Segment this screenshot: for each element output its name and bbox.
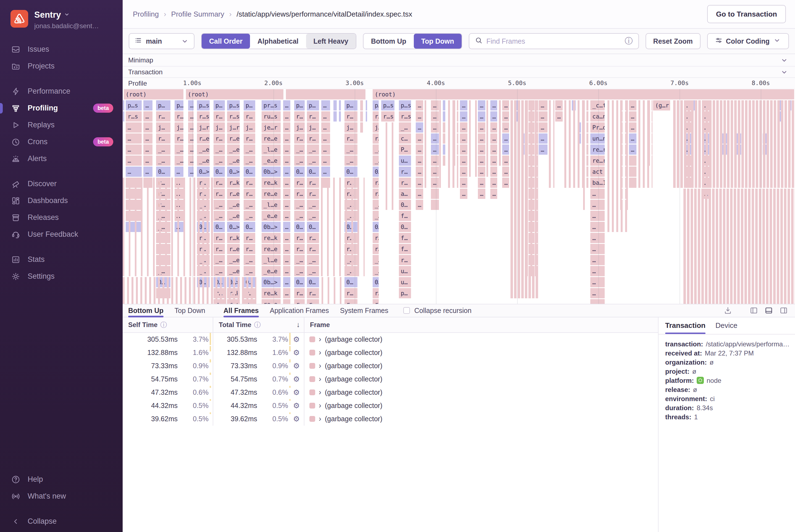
flame-frame[interactable]: _… [213, 155, 225, 166]
flame-frame[interactable]: … [502, 100, 509, 111]
flame-frame[interactable]: … [144, 155, 152, 166]
flame-frame[interactable]: … [590, 222, 605, 232]
flame-frame[interactable]: j… [213, 122, 225, 133]
flame-frame[interactable]: ba…1 [590, 177, 605, 188]
flame-frame[interactable]: … [321, 111, 330, 121]
sidebar-item-replays[interactable]: Replays [0, 117, 122, 133]
flamegraph-canvas[interactable]: (root)(root)(root)p…sr…s………………………………p…r…… [122, 89, 795, 304]
org-switcher[interactable]: Sentry jonas.badalic@sent… [0, 0, 122, 30]
flame-frame[interactable]: … [478, 122, 485, 133]
flame-frame[interactable]: … [188, 122, 194, 133]
flame-frame[interactable]: … [188, 167, 194, 177]
flame-frame[interactable]: r… [213, 111, 225, 121]
flame-frame[interactable]: 0… [307, 222, 319, 232]
flame-frame[interactable]: … [126, 145, 142, 155]
flame-frame[interactable]: r… [294, 189, 305, 199]
flame-frame[interactable]: … [502, 177, 509, 188]
flame-frame[interactable]: _… [294, 266, 305, 276]
flame-frame[interactable]: p… [307, 100, 319, 111]
flame-frame[interactable]: … [539, 133, 548, 144]
flame-root-frame[interactable]: (root) [373, 89, 794, 99]
flame-frame[interactable]: _l…e [262, 255, 281, 265]
flame-frame[interactable]: r… [294, 299, 305, 304]
flame-frame[interactable]: r… [307, 111, 319, 121]
flame-frame[interactable]: … [629, 111, 637, 121]
flame-frame[interactable]: 0b…> [262, 167, 281, 177]
table-row[interactable]: 132.88ms1.6%132.88ms1.6%⚙›(garbage colle… [122, 346, 658, 359]
flame-frame[interactable]: f… [399, 233, 411, 243]
flame-frame[interactable]: _… [373, 255, 378, 265]
flame-frame[interactable]: 0… [213, 167, 225, 177]
flame-frame[interactable]: r… [294, 288, 305, 298]
tab-bottom-up[interactable]: Bottom Up [128, 304, 164, 317]
table-row[interactable]: 305.53ms3.7%305.53ms3.7%⚙›(garbage colle… [122, 333, 658, 346]
detail-tab-transaction[interactable]: Transaction [665, 321, 705, 334]
sidebar-item-crons[interactable]: Cronsbeta [0, 133, 122, 150]
flame-frame[interactable] [431, 189, 439, 199]
flame-frame[interactable]: … [416, 133, 423, 144]
flame-frame[interactable]: r… [294, 133, 305, 144]
flame-frame[interactable]: … [283, 222, 290, 232]
flame-frame[interactable]: _… [156, 145, 170, 155]
flame-frame[interactable]: … [416, 111, 423, 121]
flame-frame[interactable]: r… [373, 111, 378, 121]
flame-frame[interactable]: … [590, 255, 605, 265]
flame-frame[interactable]: 0b…> [262, 222, 281, 232]
flame-frame[interactable]: p… [399, 288, 411, 298]
flame-frame[interactable]: (g…r) [653, 100, 670, 111]
flame-frame[interactable]: … [478, 111, 485, 121]
flame-frame[interactable]: … [126, 167, 142, 177]
flame-frame[interactable]: … [460, 100, 467, 111]
flame-frame[interactable]: … [590, 277, 605, 287]
flame-frame[interactable]: _… [156, 155, 170, 166]
flame-frame[interactable] [360, 111, 363, 121]
detail-tab-device[interactable]: Device [716, 321, 737, 334]
flame-frame[interactable]: r… [307, 233, 319, 243]
color-coding-button[interactable]: Color Coding [707, 33, 789, 49]
flame-frame[interactable] [334, 100, 337, 111]
frame-settings-gear-icon[interactable]: ⚙ [290, 348, 302, 357]
flame-frame[interactable]: j… [307, 122, 319, 133]
flame-frame[interactable]: … [629, 145, 637, 155]
flame-frame[interactable]: … [460, 111, 467, 121]
minimap-chevron-down-icon[interactable] [780, 56, 788, 64]
flame-frame[interactable]: … [431, 167, 439, 177]
flame-frame[interactable]: r… [399, 255, 411, 265]
flame-frame[interactable]: _… [175, 145, 184, 155]
tab-system-frames[interactable]: System Frames [340, 304, 389, 317]
flame-frame[interactable]: … [431, 155, 439, 166]
flame-frame[interactable] [123, 100, 124, 111]
flame-frame[interactable]: _c…t [590, 100, 605, 111]
flame-frame[interactable]: p…s [126, 100, 142, 111]
expand-chevron-icon[interactable]: › [319, 388, 321, 397]
flame-frame[interactable] [123, 111, 124, 121]
flame-frame[interactable]: 0… [399, 222, 411, 232]
flame-frame[interactable]: … [144, 133, 152, 144]
flame-frame[interactable]: … [460, 177, 467, 188]
flame-frame[interactable]: 0…> [227, 222, 240, 232]
expand-chevron-icon[interactable]: › [319, 401, 321, 410]
flame-frame[interactable]: P… [399, 145, 411, 155]
flame-frame[interactable]: _… [213, 266, 225, 276]
flame-frame[interactable] [629, 177, 637, 188]
download-icon[interactable] [723, 306, 733, 315]
flame-frame[interactable]: r… [307, 299, 319, 304]
sidebar-item-stats[interactable]: Stats [0, 251, 122, 268]
sidebar-item-settings[interactable]: Settings [0, 268, 122, 285]
flame-frame[interactable]: r…k [227, 177, 240, 188]
flame-frame[interactable]: r… [344, 299, 357, 304]
flame-frame[interactable]: f… [399, 244, 411, 254]
flame-frame[interactable]: … [431, 133, 439, 144]
flame-frame[interactable]: _… [294, 200, 305, 210]
flame-frame[interactable]: _… [294, 255, 305, 265]
flame-frame[interactable]: 0… [213, 222, 225, 232]
flame-frame[interactable] [443, 111, 445, 121]
flame-frame[interactable]: 0… [399, 200, 411, 210]
minimap-section-header[interactable]: Minimap [122, 54, 795, 66]
table-row[interactable]: 44.32ms0.5%44.32ms0.5%⚙›(garbage collect… [122, 399, 658, 412]
flame-frame[interactable]: r… [307, 177, 319, 188]
expand-chevron-icon[interactable]: › [319, 348, 321, 357]
table-row[interactable]: 39.62ms0.5%39.62ms0.5%⚙›(garbage collect… [122, 412, 658, 426]
flame-frame[interactable]: _… [307, 200, 319, 210]
flame-frame[interactable]: a… [399, 189, 411, 199]
